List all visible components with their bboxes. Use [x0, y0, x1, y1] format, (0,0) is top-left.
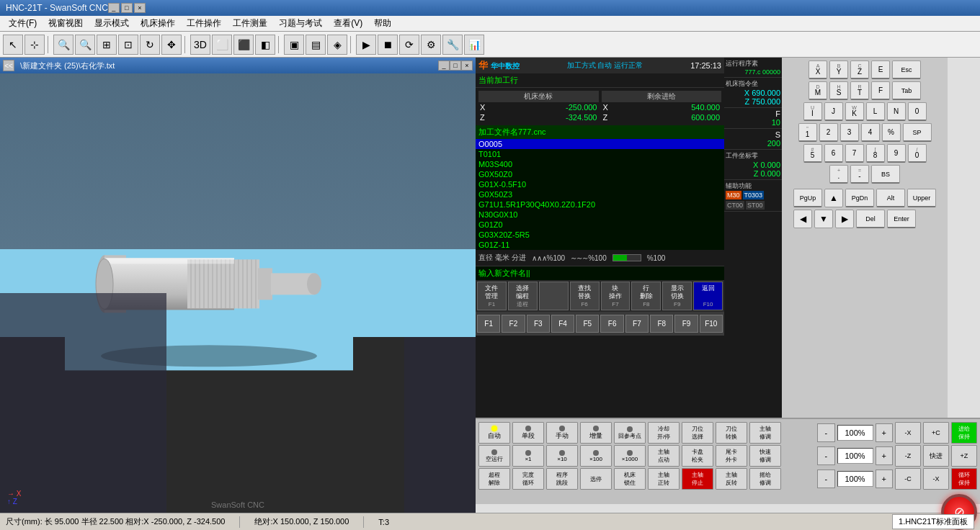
- prog-line-9[interactable]: G03X20Z-5R5: [476, 230, 724, 240]
- key-l[interactable]: L: [866, 102, 885, 121]
- toolbar-select[interactable]: ⊹: [24, 35, 45, 55]
- sub-close[interactable]: ×: [461, 60, 473, 71]
- btn-neg-x[interactable]: -X: [895, 422, 921, 444]
- btn-increment[interactable]: 增量: [580, 422, 612, 444]
- key-pct[interactable]: %: [882, 123, 901, 142]
- key-9[interactable]: 9: [887, 144, 906, 163]
- btn-rapid-fwd[interactable]: 快进: [923, 445, 949, 467]
- prog-line-7[interactable]: N30G0X10: [476, 210, 724, 220]
- fkey-f1[interactable]: F1: [477, 315, 500, 333]
- btn-dry-run[interactable]: 空运行: [478, 445, 510, 467]
- btn-x1000[interactable]: ×1000: [614, 445, 646, 467]
- menu-viewv[interactable]: 查看(V): [328, 16, 368, 31]
- menu-help[interactable]: 帮助: [368, 16, 397, 31]
- key-minus[interactable]: =-: [850, 165, 869, 184]
- toolbar-rotate[interactable]: ↻: [140, 35, 160, 55]
- btn-plus-z[interactable]: +Z: [951, 445, 977, 467]
- btn-prog-skip[interactable]: 程序跳段: [546, 468, 578, 490]
- key-up[interactable]: ▲: [824, 189, 843, 207]
- key-pgdn[interactable]: PgDn: [845, 189, 874, 207]
- btn-feed-hold[interactable]: 进给保持: [951, 422, 977, 444]
- menu-measure[interactable]: 工件测量: [227, 16, 273, 31]
- menu-quiz[interactable]: 习题与考试: [273, 16, 328, 31]
- softkey-delete[interactable]: 行删除F8: [631, 282, 661, 310]
- key-down[interactable]: ▼: [814, 210, 833, 228]
- menu-file[interactable]: 文件(F): [3, 16, 43, 31]
- profile-selector[interactable]: 1.HNC21T标准面板: [892, 514, 974, 529]
- key-right[interactable]: ▶: [835, 210, 854, 228]
- fkey-f9[interactable]: F9: [674, 315, 698, 333]
- btn-tail[interactable]: 尾卡外卡: [716, 445, 747, 467]
- softkey-file[interactable]: 文件管理F1: [477, 282, 507, 310]
- key-i[interactable]: UI: [803, 102, 822, 121]
- prog-line-6[interactable]: G71U1.5R1P30Q40X0.2Z0.1F20: [476, 199, 724, 210]
- btn-tool-select[interactable]: 刀位选择: [682, 422, 713, 444]
- key-bs[interactable]: BS: [871, 165, 900, 184]
- key-k[interactable]: WK: [845, 102, 864, 121]
- btn-spindle-adj[interactable]: 主轴修调: [749, 422, 781, 444]
- minimize-button[interactable]: _: [108, 3, 120, 13]
- btn-single[interactable]: 单段: [512, 422, 544, 444]
- btn-coolant[interactable]: 冷却开/停: [648, 422, 680, 444]
- btn-chuck[interactable]: 卡盘松夹: [682, 445, 713, 467]
- prog-line-5[interactable]: G0X50Z3: [476, 189, 724, 199]
- speed-minus-3[interactable]: -: [817, 470, 835, 488]
- prog-line-0[interactable]: O0005: [476, 139, 724, 149]
- key-enter[interactable]: Enter: [887, 210, 916, 228]
- toolbar-3d[interactable]: 3D: [190, 35, 210, 55]
- btn-x100[interactable]: ×100: [580, 445, 612, 467]
- key-t[interactable]: RT: [850, 81, 869, 100]
- key-tab[interactable]: Tab: [892, 81, 921, 100]
- menu-machine-op[interactable]: 机床操作: [135, 16, 181, 31]
- toolbar-zoom-in[interactable]: 🔍: [75, 35, 95, 55]
- btn-overtravel[interactable]: 超程解除: [478, 468, 510, 490]
- key-o[interactable]: 0: [908, 102, 927, 121]
- softkey-return[interactable]: 返回F10: [693, 282, 723, 310]
- prog-line-3[interactable]: G0X50Z0: [476, 169, 724, 179]
- key-z[interactable]: CZ: [850, 60, 869, 79]
- menu-view[interactable]: 视窗视图: [43, 16, 89, 31]
- prog-line-4[interactable]: G01X-0.5F10: [476, 179, 724, 189]
- key-dot[interactable]: +.: [829, 165, 848, 184]
- toolbar-stop[interactable]: ⏹: [378, 35, 398, 55]
- key-e[interactable]: E: [871, 60, 890, 79]
- cnc-input[interactable]: 输入新文件名||: [476, 266, 724, 280]
- btn-feed-adj[interactable]: 摇给修调: [749, 468, 781, 490]
- speed-minus-2[interactable]: -: [817, 446, 835, 465]
- key-esc[interactable]: Esc: [892, 60, 921, 79]
- toolbar-zoom-out[interactable]: 🔍: [53, 35, 74, 55]
- key-8[interactable]: [8: [866, 144, 885, 163]
- fkey-f6[interactable]: F6: [600, 315, 623, 333]
- key-alt[interactable]: Alt: [876, 189, 905, 207]
- softkey-search[interactable]: 查找替换F6: [570, 282, 600, 310]
- key-sp[interactable]: SP: [903, 123, 932, 142]
- btn-neg-x2[interactable]: -X: [923, 468, 949, 490]
- toolbar-wire[interactable]: ⬜: [212, 35, 232, 55]
- toolbar-pan[interactable]: ✥: [161, 35, 182, 55]
- btn-opt-stop[interactable]: 选停: [580, 468, 612, 490]
- key-3[interactable]: 3: [840, 123, 859, 142]
- btn-spindle-jog[interactable]: 主轴点动: [648, 445, 680, 467]
- fkey-f3[interactable]: F3: [527, 315, 550, 333]
- key-left[interactable]: ◀: [793, 210, 812, 228]
- key-0[interactable]: /0: [908, 144, 927, 163]
- btn-plus-c[interactable]: +C: [923, 422, 949, 444]
- btn-home[interactable]: 回参考点: [614, 422, 646, 444]
- btn-x10[interactable]: ×10: [546, 445, 578, 467]
- fkey-f10[interactable]: F10: [700, 315, 723, 333]
- softkey-display[interactable]: 显示切换F9: [662, 282, 692, 310]
- softkey-block[interactable]: 块操作F7: [601, 282, 631, 310]
- speed-plus-3[interactable]: +: [876, 470, 894, 488]
- key-1[interactable]: "1: [798, 123, 817, 142]
- collapse-button[interactable]: <<: [3, 60, 14, 71]
- btn-neg-c[interactable]: -C: [895, 468, 921, 490]
- softkey-f3[interactable]: [539, 282, 569, 310]
- fkey-f2[interactable]: F2: [502, 315, 525, 333]
- btn-neg-z[interactable]: -Z: [895, 445, 921, 467]
- fkey-f5[interactable]: F5: [576, 315, 599, 333]
- btn-manual[interactable]: 手动: [546, 422, 578, 444]
- key-m[interactable]: DM: [808, 81, 827, 100]
- prog-line-8[interactable]: G01Z0: [476, 220, 724, 230]
- key-f[interactable]: F: [871, 81, 890, 100]
- key-upper[interactable]: Upper: [907, 189, 936, 207]
